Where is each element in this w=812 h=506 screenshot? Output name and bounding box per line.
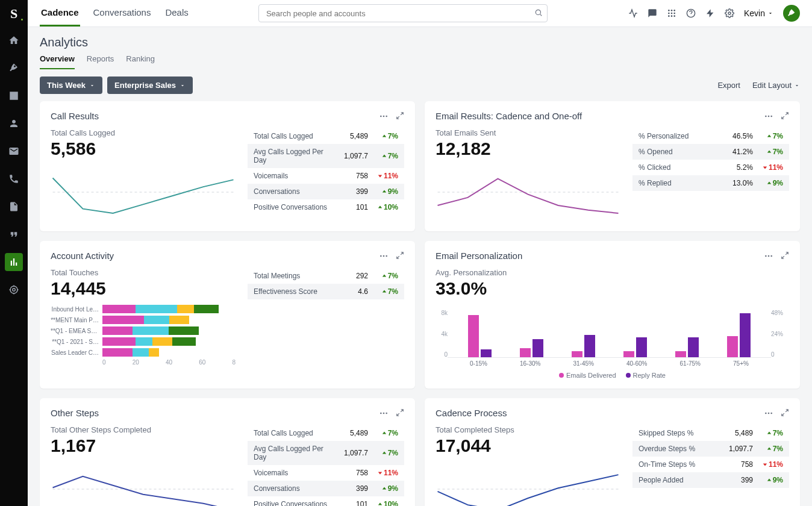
stat-row: Voicemails 758 11%: [248, 168, 404, 184]
sparkline: [51, 462, 236, 506]
svg-point-6: [668, 13, 670, 14]
stat-row: Positive Conversations 101 10%: [248, 496, 404, 506]
stat-row: Total Calls Logged 5,489 7%: [248, 425, 404, 441]
home-icon[interactable]: [5, 31, 23, 49]
sparkline: [51, 165, 236, 219]
svg-point-9: [668, 15, 670, 17]
search-icon[interactable]: [534, 8, 543, 19]
more-icon[interactable]: [379, 111, 389, 121]
rocket-icon[interactable]: [5, 59, 23, 77]
chat-icon[interactable]: [648, 8, 657, 18]
svg-point-18: [765, 115, 767, 117]
expand-icon[interactable]: [781, 251, 789, 261]
tab-ranking[interactable]: Ranking: [126, 54, 155, 69]
sidebar-nav: S: [0, 0, 28, 506]
card-title: Call Results: [51, 111, 99, 121]
more-icon[interactable]: [379, 251, 389, 261]
card-title: Account Activity: [51, 251, 114, 261]
sparkline: [436, 165, 620, 219]
filter-team[interactable]: Enterprise Sales: [107, 77, 193, 94]
card-cadence-process: Cadence Process Total Completed Steps17,…: [425, 398, 800, 506]
nav-cadence[interactable]: Cadence: [40, 0, 80, 27]
card-call-results: Call Results Total Calls Logged5,586 Tot…: [40, 101, 415, 231]
svg-point-25: [765, 255, 767, 257]
svg-point-4: [671, 10, 673, 11]
stat-row: People Added 399 9%: [632, 472, 789, 488]
svg-point-20: [770, 115, 772, 117]
activity-icon[interactable]: [628, 8, 638, 18]
expand-icon[interactable]: [396, 111, 404, 121]
top-bar: Cadence Conversations Deals Kevin: [28, 0, 812, 27]
svg-point-19: [768, 115, 770, 117]
svg-point-30: [386, 412, 387, 414]
hbar-row: Sales Leader C…: [51, 348, 236, 357]
svg-point-2: [536, 10, 540, 14]
svg-point-13: [728, 12, 731, 14]
quote-icon[interactable]: [5, 225, 23, 243]
document-icon[interactable]: [5, 198, 23, 216]
svg-point-32: [765, 412, 767, 414]
expand-icon[interactable]: [396, 251, 404, 261]
card-title: Email Personalization: [436, 251, 522, 261]
stat-row: Voicemails 758 11%: [248, 465, 404, 481]
target-icon[interactable]: [5, 281, 23, 299]
user-menu[interactable]: Kevin: [744, 8, 773, 18]
svg-point-15: [383, 115, 385, 117]
svg-point-5: [673, 10, 675, 11]
edit-layout-button[interactable]: Edit Layout: [752, 81, 800, 90]
svg-point-11: [673, 15, 675, 17]
more-icon[interactable]: [764, 408, 773, 418]
svg-point-14: [380, 115, 382, 117]
expand-icon[interactable]: [396, 408, 404, 418]
card-title: Email Results: Cadence and One-off: [436, 111, 582, 121]
svg-point-16: [386, 115, 387, 117]
more-icon[interactable]: [764, 111, 773, 121]
card-other-steps: Other Steps Total Other Steps Completed1…: [40, 398, 415, 506]
analytics-icon[interactable]: [5, 253, 23, 271]
stat-row: % Clicked 5.2% 11%: [632, 160, 789, 175]
svg-point-34: [770, 412, 772, 414]
hbar-row: Inbound Hot Le…: [51, 305, 236, 313]
search-input[interactable]: [258, 4, 548, 22]
svg-point-1: [13, 289, 16, 292]
stat-row: Effectiveness Score 4.6 7%: [248, 284, 404, 299]
svg-point-33: [768, 412, 770, 414]
dual-bar-chart: 8k4k0 0-15%16-30%31-45%40-60%61-75%75+% …: [436, 310, 789, 379]
help-icon[interactable]: [686, 8, 696, 18]
expand-icon[interactable]: [781, 111, 789, 121]
phone-icon[interactable]: [5, 170, 23, 188]
svg-point-8: [673, 13, 675, 14]
expand-icon[interactable]: [781, 408, 789, 418]
sparkline: [436, 462, 620, 506]
stat-row: % Replied 13.0% 9%: [632, 175, 789, 191]
stat-row: Skipped Steps % 5,489 7%: [632, 425, 789, 441]
stat-row: On-Time Steps % 758 11%: [632, 457, 789, 472]
building-icon[interactable]: [5, 87, 23, 105]
tab-overview[interactable]: Overview: [40, 54, 75, 69]
nav-deals[interactable]: Deals: [164, 0, 189, 27]
stat-row: % Personalized 46.5% 7%: [632, 128, 789, 144]
nav-conversations[interactable]: Conversations: [92, 0, 152, 27]
more-icon[interactable]: [379, 408, 389, 418]
stat-row: Avg Calls Logged Per Day 1,097.7 7%: [248, 441, 404, 465]
more-icon[interactable]: [764, 251, 773, 261]
brand-logo: S: [6, 6, 22, 22]
gear-icon[interactable]: [725, 8, 734, 18]
svg-point-22: [380, 255, 382, 257]
stat-row: Conversations 399 9%: [248, 481, 404, 496]
apps-icon[interactable]: [667, 8, 676, 18]
person-icon[interactable]: [5, 114, 23, 133]
svg-point-24: [386, 255, 387, 257]
bolt-icon[interactable]: [705, 8, 715, 18]
export-button[interactable]: Export: [717, 81, 740, 90]
hbar-row: **MENT Main P…: [51, 316, 236, 324]
card-email-personalization: Email Personalization Avg. Personalizati…: [425, 241, 800, 389]
page-title: Analytics: [40, 36, 800, 49]
avatar[interactable]: [783, 5, 800, 22]
filter-time[interactable]: This Week: [40, 77, 102, 94]
mail-icon[interactable]: [5, 142, 23, 160]
svg-point-23: [383, 255, 385, 257]
svg-point-0: [10, 286, 17, 293]
hbar-row: **Q1 - 2021 - S…: [51, 337, 236, 346]
tab-reports[interactable]: Reports: [87, 54, 114, 69]
